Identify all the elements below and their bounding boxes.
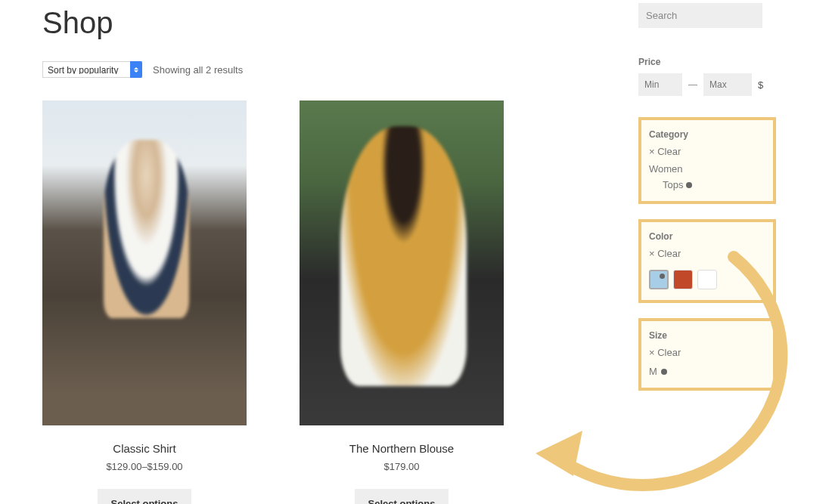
product-image[interactable] (42, 100, 247, 425)
swatch-rust[interactable] (673, 270, 693, 289)
price-min-input[interactable] (638, 73, 682, 96)
size-item-m[interactable]: M (649, 366, 765, 377)
search-input[interactable] (638, 3, 762, 28)
product-grid: Classic Shirt $129.00–$159.00 Select opt… (42, 100, 608, 504)
category-clear-link[interactable]: × Clear (649, 146, 681, 157)
product-price: $179.00 (384, 461, 420, 472)
sidebar: Price — $ Category × Clear Women Tops Co… (638, 0, 790, 504)
color-clear-link[interactable]: × Clear (649, 248, 681, 259)
selected-dot-icon (661, 369, 667, 375)
product-image[interactable] (300, 100, 504, 425)
product-title: The Northern Blouse (349, 442, 454, 455)
selected-dot-icon (686, 182, 692, 188)
color-swatches (649, 270, 765, 289)
page-title: Shop (42, 6, 608, 40)
category-subitem-label: Tops (663, 179, 683, 190)
main-content: Shop Sort by popularity Showing all 2 re… (42, 0, 638, 504)
size-filter-box: Size × Clear M (638, 318, 776, 391)
size-label: M (649, 366, 657, 377)
color-filter-box: Color × Clear (638, 219, 776, 303)
price-filter-label: Price (638, 57, 790, 67)
price-dash: — (688, 79, 697, 90)
currency-label: $ (758, 79, 763, 91)
result-count: Showing all 2 results (153, 64, 243, 76)
shop-toolbar: Sort by popularity Showing all 2 results (42, 61, 608, 78)
select-options-button[interactable]: Select options (98, 489, 192, 504)
price-filter-row: — $ (638, 73, 790, 96)
product-title: Classic Shirt (113, 442, 175, 455)
product-card[interactable]: The Northern Blouse $179.00 Select optio… (300, 100, 504, 504)
product-price: $129.00–$159.00 (106, 461, 182, 472)
size-clear-link[interactable]: × Clear (649, 347, 681, 358)
select-options-button[interactable]: Select options (355, 489, 449, 504)
category-filter-title: Category (649, 129, 765, 140)
swatch-white[interactable] (697, 270, 717, 289)
swatch-light-blue[interactable] (649, 270, 669, 289)
category-filter-box: Category × Clear Women Tops (638, 117, 776, 204)
sort-select-wrap: Sort by popularity (42, 61, 142, 78)
price-max-input[interactable] (703, 73, 752, 96)
selected-dot-icon (660, 274, 665, 279)
sort-select[interactable]: Sort by popularity (42, 61, 142, 78)
color-filter-title: Color (649, 231, 765, 242)
product-card[interactable]: Classic Shirt $129.00–$159.00 Select opt… (42, 100, 247, 504)
size-filter-title: Size (649, 330, 765, 341)
category-subitem-tops[interactable]: Tops (649, 176, 765, 190)
category-item-women[interactable]: Women (649, 162, 765, 176)
